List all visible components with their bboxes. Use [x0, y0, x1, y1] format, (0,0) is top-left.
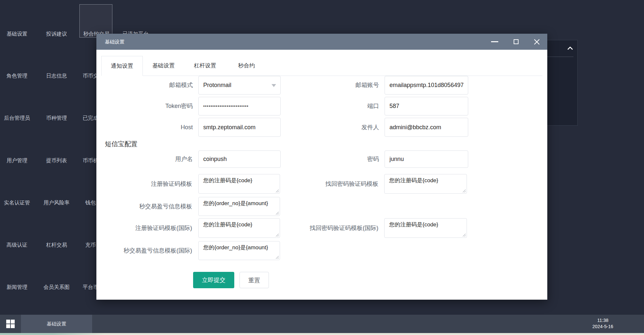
desktop-icon-role-mgmt[interactable]: 角色管理 — [0, 73, 37, 79]
desktop-icon-member-relation[interactable]: 会员关系图 — [37, 284, 76, 291]
start-button[interactable] — [0, 315, 21, 333]
reg-template-field: 您的注册码是{code} — [198, 174, 280, 194]
email-account-input[interactable] — [385, 76, 468, 95]
screen-bottom-strip — [0, 333, 644, 335]
sms-password-label: 密码 — [314, 150, 379, 168]
caret-down-icon — [272, 84, 276, 87]
desktop: 基础设置 投诉建议 秒合约交易 已添加平台 角色管理 日志信息 币币交 后台管理… — [0, 0, 644, 335]
host-input[interactable] — [198, 118, 281, 137]
settings-window: 基础设置 通知设置 基础设置 杠杆设置 秒合约 邮箱模式 邮箱账号 Token密… — [96, 34, 547, 300]
port-label: 端口 — [314, 97, 379, 115]
maximize-icon — [514, 39, 519, 44]
sms-username-label: 用户名 — [127, 150, 193, 168]
profit-template-intl-label: 秒交易盈亏信息模板(国际) — [111, 241, 192, 260]
collapsed-side-panel — [546, 40, 578, 126]
desktop-icon-user-mgmt[interactable]: 用户管理 — [0, 157, 37, 164]
taskbar: 基础设置 11:38 2024-5-16 — [0, 315, 644, 333]
window-title: 基础设置 — [105, 34, 124, 50]
profit-template-field: 您的{order_no}是{amount} — [198, 197, 280, 216]
find-template-intl-textarea[interactable]: 您的注册码是{code} — [385, 219, 467, 238]
tab-basic-settings[interactable]: 基础设置 — [143, 56, 184, 76]
reg-template-textarea[interactable]: 您的注册码是{code} — [199, 174, 280, 193]
sms-password-input[interactable] — [385, 150, 468, 168]
email-mode-label: 邮箱模式 — [127, 76, 193, 95]
maximize-button[interactable] — [509, 34, 523, 50]
desktop-icon-news-mgmt[interactable]: 新闻管理 — [0, 284, 37, 291]
desktop-icon-withdraw-list[interactable]: 提币列表 — [37, 157, 76, 164]
taskbar-clock[interactable]: 11:38 2024-5-16 — [585, 317, 621, 330]
token-password-input[interactable] — [198, 97, 281, 115]
desktop-icon-leverage-trade[interactable]: 杠杆交易 — [37, 242, 76, 248]
windows-logo-icon — [6, 320, 15, 328]
desktop-icon-logs[interactable]: 日志信息 — [37, 73, 76, 79]
clock-date: 2024-5-16 — [585, 324, 621, 330]
profit-template-textarea[interactable]: 您的{order_no}是{amount} — [199, 197, 280, 216]
find-template-intl-label: 找回密码验证码模板(国际) — [297, 218, 378, 238]
profit-template-intl-textarea[interactable]: 您的{order_no}是{amount} — [199, 241, 280, 260]
find-template-label: 找回密码验证码模板 — [297, 174, 378, 194]
minimize-icon — [491, 41, 498, 42]
email-mode-select[interactable] — [198, 76, 281, 95]
find-template-intl-field: 您的注册码是{code} — [384, 218, 467, 238]
desktop-icon-user-risk[interactable]: 用户风险率 — [37, 200, 76, 206]
sms-username-input[interactable] — [198, 150, 281, 168]
sender-label: 发件人 — [314, 118, 379, 137]
clock-time: 11:38 — [585, 317, 621, 324]
tab-second-contract[interactable]: 秒合约 — [226, 56, 267, 76]
reg-template-intl-textarea[interactable]: 您的注册码是{code} — [199, 219, 280, 238]
profit-template-label: 秒交易盈亏信息模板 — [111, 197, 192, 216]
token-password-label: Token密码 — [127, 97, 193, 115]
taskbar-item-basic-settings[interactable]: 基础设置 — [21, 315, 92, 333]
reg-template-intl-field: 您的注册码是{code} — [198, 218, 280, 238]
desktop-icon-basic-settings[interactable]: 基础设置 — [0, 31, 37, 37]
chevron-up-icon[interactable] — [568, 45, 573, 48]
reset-button[interactable]: 重置 — [239, 272, 269, 288]
submit-button[interactable]: 立即提交 — [193, 272, 234, 288]
desktop-icon-complaints[interactable]: 投诉建议 — [37, 31, 76, 37]
tab-leverage-settings[interactable]: 杠杆设置 — [184, 56, 226, 76]
sms-section-title: 短信宝配置 — [105, 140, 138, 149]
tab-bar: 通知设置 基础设置 杠杆设置 秒合约 — [101, 56, 542, 76]
close-button[interactable] — [530, 34, 544, 50]
email-account-label: 邮箱账号 — [314, 76, 379, 95]
email-mode-value[interactable] — [198, 76, 281, 95]
sender-input[interactable] — [385, 118, 468, 137]
reg-template-intl-label: 注册验证码模板(国际) — [111, 218, 192, 238]
desktop-icon-admin-mgmt[interactable]: 后台管理员 — [0, 115, 37, 121]
desktop-icon-currency-mgmt[interactable]: 币种管理 — [37, 115, 76, 121]
tab-notify-settings[interactable]: 通知设置 — [101, 56, 143, 76]
reg-template-label: 注册验证码模板 — [111, 174, 192, 194]
profit-template-intl-field: 您的{order_no}是{amount} — [198, 241, 280, 260]
window-titlebar: 基础设置 — [96, 34, 547, 50]
panel-divider — [547, 57, 573, 57]
desktop-icon-advanced-auth[interactable]: 高级认证 — [0, 242, 37, 248]
port-input[interactable] — [385, 97, 468, 115]
find-template-textarea[interactable]: 您的注册码是{code} — [385, 174, 467, 193]
desktop-icon-kyc-mgmt[interactable]: 实名认证管 — [0, 200, 37, 206]
minimize-button[interactable] — [488, 34, 502, 50]
find-template-field: 您的注册码是{code} — [384, 174, 467, 194]
host-label: Host — [127, 118, 193, 137]
close-icon — [534, 39, 540, 45]
